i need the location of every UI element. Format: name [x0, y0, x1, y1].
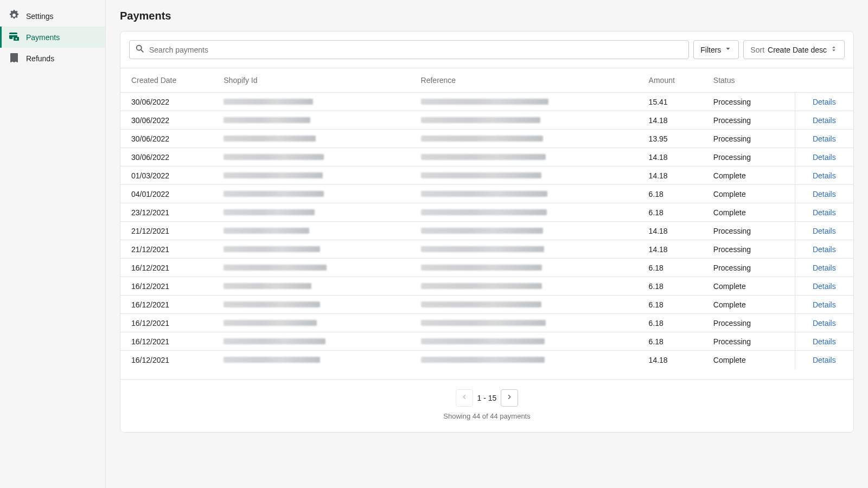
cell-amount: 6.18	[638, 259, 703, 277]
cell-shopify	[213, 277, 410, 296]
details-link[interactable]: Details	[813, 319, 836, 328]
cell-amount: 6.18	[638, 332, 703, 351]
table-row: 16/12/202114.18CompleteDetails	[120, 351, 853, 369]
sidebar-item-payments[interactable]: Payments	[0, 27, 105, 48]
sidebar-item-label: Refunds	[26, 54, 54, 63]
table-row: 16/12/20216.18CompleteDetails	[120, 296, 853, 314]
cell-created: 04/01/2022	[120, 185, 213, 203]
cell-shopify	[213, 222, 410, 240]
details-link[interactable]: Details	[813, 190, 836, 198]
cell-amount: 6.18	[638, 296, 703, 314]
cell-details: Details	[795, 222, 853, 240]
sort-button[interactable]: Sort Create Date desc	[743, 40, 845, 59]
prev-page-button[interactable]	[456, 389, 473, 407]
cell-status: Processing	[703, 130, 795, 148]
sidebar-item-label: Payments	[26, 33, 60, 42]
toolbar: Filters Sort Create Date desc	[120, 31, 853, 68]
cell-status: Processing	[703, 111, 795, 130]
cell-created: 16/12/2021	[120, 332, 213, 351]
payments-icon	[9, 31, 20, 43]
cell-status: Processing	[703, 240, 795, 259]
cell-amount: 14.18	[638, 148, 703, 166]
table-row: 30/06/202215.41ProcessingDetails	[120, 93, 853, 111]
cell-status: Processing	[703, 332, 795, 351]
search-icon	[135, 44, 145, 55]
sidebar-item-refunds[interactable]: Refunds	[0, 48, 105, 69]
cell-reference	[410, 332, 638, 351]
payments-table: Created Date Shopify Id Reference Amount…	[120, 68, 853, 369]
cell-reference	[410, 296, 638, 314]
cell-amount: 14.18	[638, 222, 703, 240]
cell-details: Details	[795, 296, 853, 314]
cell-details: Details	[795, 166, 853, 185]
sort-value: Create Date desc	[768, 46, 827, 54]
cell-details: Details	[795, 332, 853, 351]
cell-created: 21/12/2021	[120, 240, 213, 259]
search-field[interactable]	[129, 40, 689, 59]
next-page-button[interactable]	[501, 389, 518, 407]
details-link[interactable]: Details	[813, 208, 836, 217]
cell-created: 16/12/2021	[120, 259, 213, 277]
details-link[interactable]: Details	[813, 282, 836, 291]
showing-text: Showing 44 of 44 payments	[443, 412, 530, 420]
cell-amount: 14.18	[638, 111, 703, 130]
cell-status: Processing	[703, 314, 795, 332]
payments-card: Filters Sort Create Date desc Created Da…	[120, 31, 854, 433]
cell-created: 16/12/2021	[120, 277, 213, 296]
cell-reference	[410, 166, 638, 185]
cell-shopify	[213, 185, 410, 203]
cell-details: Details	[795, 277, 853, 296]
cell-details: Details	[795, 111, 853, 130]
cell-created: 23/12/2021	[120, 203, 213, 222]
cell-reference	[410, 130, 638, 148]
sidebar-item-settings[interactable]: Settings	[0, 5, 105, 27]
cell-amount: 6.18	[638, 185, 703, 203]
details-link[interactable]: Details	[813, 337, 836, 346]
details-link[interactable]: Details	[813, 153, 836, 162]
cell-shopify	[213, 203, 410, 222]
cell-details: Details	[795, 259, 853, 277]
search-input[interactable]	[149, 46, 683, 54]
page-title: Payments	[120, 10, 854, 22]
cell-reference	[410, 203, 638, 222]
cell-status: Complete	[703, 277, 795, 296]
caret-down-icon	[724, 45, 732, 54]
cell-details: Details	[795, 351, 853, 369]
chevron-right-icon	[506, 393, 513, 402]
cell-details: Details	[795, 93, 853, 111]
details-link[interactable]: Details	[813, 300, 836, 309]
cell-details: Details	[795, 314, 853, 332]
cell-shopify	[213, 332, 410, 351]
header-reference: Reference	[410, 68, 638, 93]
details-link[interactable]: Details	[813, 134, 836, 143]
details-link[interactable]: Details	[813, 171, 836, 180]
table-row: 16/12/20216.18ProcessingDetails	[120, 314, 853, 332]
details-link[interactable]: Details	[813, 98, 836, 106]
table-row: 04/01/20226.18CompleteDetails	[120, 185, 853, 203]
details-link[interactable]: Details	[813, 227, 836, 235]
details-link[interactable]: Details	[813, 264, 836, 272]
table-row: 21/12/202114.18ProcessingDetails	[120, 240, 853, 259]
header-details	[795, 68, 853, 93]
cell-status: Processing	[703, 148, 795, 166]
cell-status: Processing	[703, 93, 795, 111]
details-link[interactable]: Details	[813, 245, 836, 254]
cell-details: Details	[795, 148, 853, 166]
cell-details: Details	[795, 203, 853, 222]
cell-reference	[410, 222, 638, 240]
cell-status: Complete	[703, 296, 795, 314]
details-link[interactable]: Details	[813, 116, 836, 125]
cell-reference	[410, 185, 638, 203]
header-status: Status	[703, 68, 795, 93]
cell-amount: 14.18	[638, 166, 703, 185]
cell-amount: 14.18	[638, 351, 703, 369]
gear-icon	[9, 10, 20, 22]
cell-shopify	[213, 111, 410, 130]
cell-amount: 14.18	[638, 240, 703, 259]
cell-details: Details	[795, 240, 853, 259]
filters-button[interactable]: Filters	[693, 40, 739, 59]
details-link[interactable]: Details	[813, 356, 836, 364]
cell-amount: 6.18	[638, 314, 703, 332]
sort-icon	[830, 45, 838, 54]
cell-created: 30/06/2022	[120, 130, 213, 148]
